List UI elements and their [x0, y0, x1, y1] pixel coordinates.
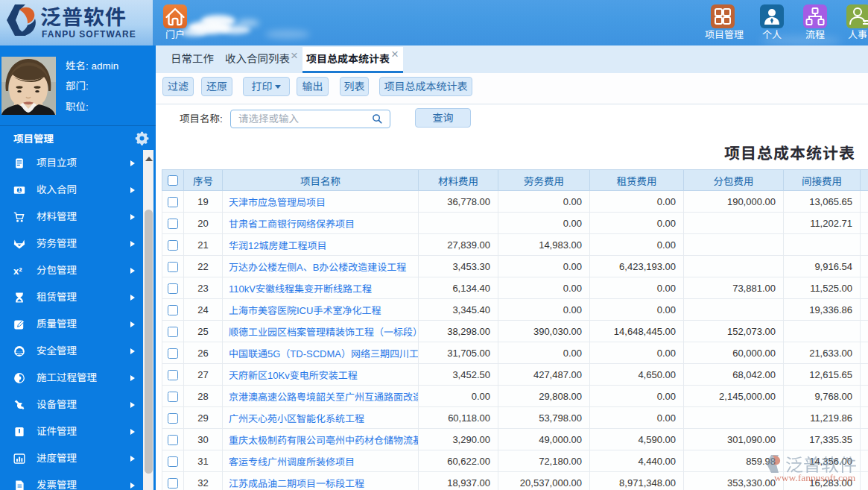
- svg-text:x²: x²: [13, 266, 22, 277]
- svg-text:1: 1: [18, 187, 21, 192]
- svg-text:www.fanpusoft.com: www.fanpusoft.com: [774, 472, 856, 483]
